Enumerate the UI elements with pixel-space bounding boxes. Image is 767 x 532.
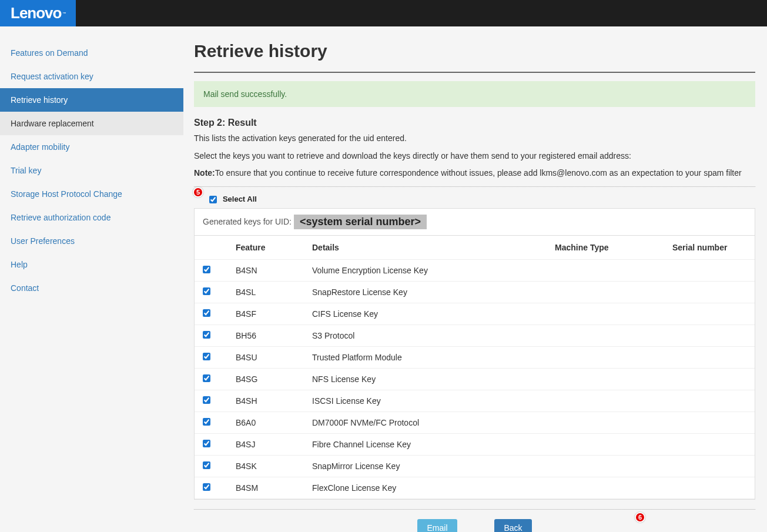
- row-details: SnapMirror License Key: [306, 455, 549, 477]
- row-machine-type: [549, 411, 666, 433]
- row-serial-number: [666, 390, 755, 411]
- row-checkbox-cell: [195, 411, 230, 433]
- main-content: Retrieve history Mail send successfully.…: [183, 26, 767, 532]
- row-machine-type: [549, 324, 666, 346]
- row-machine-type: [549, 303, 666, 324]
- back-button[interactable]: Back: [494, 519, 531, 532]
- row-machine-type: [549, 433, 666, 455]
- row-details: FlexClone License Key: [306, 477, 549, 498]
- row-checkbox[interactable]: [203, 396, 210, 404]
- row-checkbox[interactable]: [203, 461, 210, 469]
- row-serial-number: [666, 455, 755, 477]
- col-machine-type: Machine Type: [549, 236, 666, 260]
- row-machine-type: [549, 281, 666, 303]
- row-machine-type: [549, 477, 666, 498]
- row-checkbox[interactable]: [203, 374, 210, 382]
- row-serial-number: [666, 433, 755, 455]
- row-checkbox-cell: [195, 324, 230, 346]
- table-row: B4SNVolume Encryption License Key: [195, 259, 755, 281]
- row-serial-number: [666, 303, 755, 324]
- row-serial-number: [666, 411, 755, 433]
- keys-table: Feature Details Machine Type Serial numb…: [195, 236, 755, 499]
- page-title: Retrieve history: [194, 41, 755, 61]
- sidebar: Features on DemandRequest activation key…: [0, 26, 183, 532]
- row-checkbox[interactable]: [203, 418, 210, 426]
- col-details: Details: [306, 236, 549, 260]
- row-feature: B4SU: [230, 346, 306, 368]
- row-serial-number: [666, 368, 755, 390]
- sidebar-item-retrieve-history[interactable]: Retrieve history: [0, 88, 183, 112]
- select-all-checkbox[interactable]: [209, 196, 217, 203]
- row-checkbox[interactable]: [203, 331, 210, 339]
- uid-placeholder: <system serial number>: [294, 215, 427, 229]
- brand-logo: Lenovo™: [0, 0, 76, 26]
- row-details: ISCSI License Key: [306, 390, 549, 411]
- sidebar-item-contact[interactable]: Contact: [0, 276, 183, 300]
- table-row: BH56S3 Protocol: [195, 324, 755, 346]
- table-row: B4SHISCSI License Key: [195, 390, 755, 411]
- row-checkbox-cell: [195, 368, 230, 390]
- row-checkbox[interactable]: [203, 440, 210, 447]
- note-body: To ensure that you continue to receive f…: [215, 168, 742, 178]
- select-all-label[interactable]: Select All: [223, 195, 257, 203]
- row-details: Volume Encryption License Key: [306, 259, 549, 281]
- table-row: B4SJFibre Channel License Key: [195, 433, 755, 455]
- row-serial-number: [666, 324, 755, 346]
- app-header: Lenovo™: [0, 0, 767, 26]
- row-checkbox[interactable]: [203, 353, 210, 360]
- sidebar-item-trial-key[interactable]: Trial key: [0, 159, 183, 182]
- row-checkbox[interactable]: [203, 483, 210, 491]
- row-details: Fibre Channel License Key: [306, 433, 549, 455]
- row-feature: B4SN: [230, 259, 306, 281]
- row-feature: B6A0: [230, 411, 306, 433]
- row-details: SnapRestore License Key: [306, 281, 549, 303]
- sidebar-item-request-activation-key[interactable]: Request activation key: [0, 65, 183, 88]
- row-machine-type: [549, 390, 666, 411]
- title-divider: [194, 72, 755, 73]
- instruction-text-2: Select the keys you want to retrieve and…: [194, 150, 755, 162]
- sidebar-item-features-on-demand[interactable]: Features on Demand: [0, 41, 183, 65]
- table-row: B4SMFlexClone License Key: [195, 477, 755, 498]
- row-feature: B4SL: [230, 281, 306, 303]
- annotation-badge-5: 5: [193, 187, 203, 198]
- row-details: Trusted Platform Module: [306, 346, 549, 368]
- table-row: B4SUTrusted Platform Module: [195, 346, 755, 368]
- row-checkbox[interactable]: [203, 309, 210, 317]
- row-checkbox-cell: [195, 390, 230, 411]
- sidebar-item-user-preferences[interactable]: User Preferences: [0, 229, 183, 253]
- row-machine-type: [549, 455, 666, 477]
- note-divider: [194, 186, 755, 187]
- row-checkbox-cell: [195, 303, 230, 324]
- row-feature: B4SG: [230, 368, 306, 390]
- table-header-row: Feature Details Machine Type Serial numb…: [195, 236, 755, 260]
- table-row: B4SKSnapMirror License Key: [195, 455, 755, 477]
- col-checkbox: [195, 236, 230, 260]
- sidebar-item-help[interactable]: Help: [0, 253, 183, 276]
- step-heading: Step 2: Result: [194, 118, 755, 128]
- row-checkbox-cell: [195, 477, 230, 498]
- alert-success: Mail send successfully.: [194, 81, 755, 107]
- row-checkbox[interactable]: [203, 266, 210, 273]
- row-details: DM7000F NVMe/FC Protocol: [306, 411, 549, 433]
- sidebar-item-hardware-replacement[interactable]: Hardware replacement: [0, 112, 183, 135]
- sidebar-item-adapter-mobility[interactable]: Adapter mobility: [0, 135, 183, 159]
- row-machine-type: [549, 259, 666, 281]
- col-serial-number: Serial number: [666, 236, 755, 260]
- table-row: B4SLSnapRestore License Key: [195, 281, 755, 303]
- table-row: B6A0DM7000F NVMe/FC Protocol: [195, 411, 755, 433]
- row-checkbox-cell: [195, 433, 230, 455]
- actions-divider: [194, 509, 755, 510]
- sidebar-item-storage-host-protocol-change[interactable]: Storage Host Protocol Change: [0, 182, 183, 206]
- keys-panel-header: Generated keys for UID: <system serial n…: [195, 209, 755, 236]
- row-checkbox-cell: [195, 281, 230, 303]
- row-feature: B4SM: [230, 477, 306, 498]
- sidebar-item-retrieve-authorization-code[interactable]: Retrieve authorization code: [0, 206, 183, 229]
- row-checkbox[interactable]: [203, 287, 210, 295]
- row-details: CIFS License Key: [306, 303, 549, 324]
- row-feature: B4SK: [230, 455, 306, 477]
- row-feature: B4SF: [230, 303, 306, 324]
- annotation-badge-6: 6: [635, 512, 645, 523]
- keys-panel: Generated keys for UID: <system serial n…: [194, 208, 755, 500]
- email-button[interactable]: Email: [417, 519, 457, 532]
- actions-row: 6 Email Back: [194, 516, 755, 532]
